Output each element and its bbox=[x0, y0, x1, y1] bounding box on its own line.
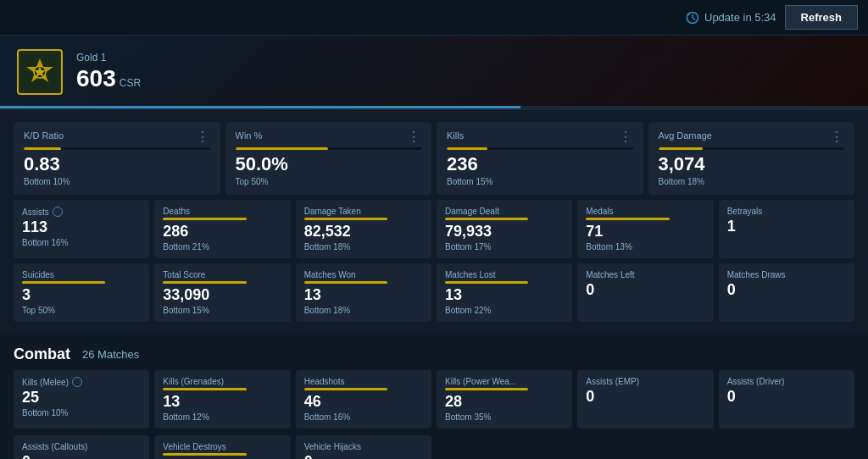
csr-label: CSR bbox=[120, 77, 141, 89]
small-stats-row1: Assists 113 Bottom 16% Deaths 286 Bottom… bbox=[14, 200, 854, 258]
small-stat-title: Vehicle Destroys bbox=[163, 442, 225, 451]
small-stat-card: Assists (Callouts) 0 bbox=[14, 435, 149, 459]
small-stat-title: Medals bbox=[586, 207, 613, 216]
small-stat-value: 13 bbox=[163, 393, 281, 411]
circle-icon bbox=[53, 207, 63, 217]
small-stat-value: 0 bbox=[727, 281, 846, 299]
refresh-clock-icon bbox=[686, 11, 699, 25]
small-stat-card: Kills (Power Wea... 28 Bottom 35% bbox=[437, 370, 572, 429]
small-stat-card: Deaths 286 Bottom 21% bbox=[154, 200, 290, 258]
big-stat-title: Win % bbox=[236, 130, 263, 141]
small-stat-title: Matches Won bbox=[304, 270, 356, 279]
big-stat-value: 0.83 bbox=[24, 153, 210, 175]
stat-bar bbox=[304, 388, 387, 390]
small-stat-card: Matches Won 13 Bottom 18% bbox=[296, 263, 431, 322]
combat-row1: Kills (Melee) 25 Bottom 10% Kills (Grena… bbox=[0, 370, 868, 435]
stat-bar bbox=[163, 388, 246, 390]
small-stat-title: Assists (Callouts) bbox=[22, 442, 87, 451]
big-stat-card: K/D Ratio ⋮ 0.83 Bottom 10% bbox=[14, 122, 220, 195]
small-stat-title: Matches Left bbox=[586, 270, 634, 279]
top-bar: Update in 5:34 Refresh bbox=[0, 0, 868, 36]
small-stat-value: 13 bbox=[304, 286, 423, 304]
stat-bar bbox=[304, 218, 387, 220]
small-stat-card: Medals 71 Bottom 13% bbox=[577, 200, 713, 258]
small-stat-card: Assists 113 Bottom 16% bbox=[14, 200, 149, 258]
big-stat-percentile: Bottom 10% bbox=[24, 177, 210, 186]
small-stat-value: 113 bbox=[22, 218, 141, 236]
stat-bar bbox=[586, 218, 669, 220]
small-stat-value: 71 bbox=[586, 223, 704, 241]
big-stat-title: Avg Damage bbox=[659, 130, 712, 141]
small-stat-card: Suicides 3 Top 50% bbox=[14, 263, 149, 322]
big-stat-value: 50.0% bbox=[236, 153, 422, 175]
small-stat-title: Kills (Power Wea... bbox=[445, 377, 516, 386]
small-stat-title: Kills (Grenades) bbox=[163, 377, 224, 386]
progress-bar-fill bbox=[0, 106, 520, 108]
small-stat-percentile: Bottom 35% bbox=[445, 412, 564, 422]
small-stat-title: Assists (EMP) bbox=[586, 377, 639, 386]
big-stat-percentile: Bottom 15% bbox=[447, 177, 633, 186]
refresh-button[interactable]: Refresh bbox=[785, 5, 858, 30]
small-stat-value: 1 bbox=[727, 218, 846, 235]
small-stat-percentile: Bottom 15% bbox=[163, 306, 281, 315]
small-stat-card: Damage Dealt 79,933 Bottom 17% bbox=[437, 200, 572, 258]
big-stat-card: Avg Damage ⋮ 3,074 Bottom 18% bbox=[648, 122, 855, 195]
small-stat-card: Vehicle Hijacks 0 bbox=[296, 435, 431, 459]
small-stat-card: Assists (Driver) 0 bbox=[719, 370, 854, 429]
small-stat-card: Damage Taken 82,532 Bottom 18% bbox=[296, 200, 431, 258]
small-stat-card: Assists (EMP) 0 bbox=[577, 370, 713, 429]
small-stat-percentile: Bottom 16% bbox=[22, 238, 141, 247]
more-icon[interactable]: ⋮ bbox=[619, 130, 633, 144]
small-stat-percentile: Bottom 12% bbox=[163, 412, 281, 422]
small-stat-value: 3 bbox=[22, 286, 141, 304]
rank-badge bbox=[17, 49, 63, 95]
big-stat-value: 236 bbox=[447, 153, 633, 175]
stat-bar bbox=[22, 281, 105, 284]
circle-icon bbox=[72, 377, 82, 387]
csr-display: 603 CSR bbox=[76, 65, 141, 92]
stat-bar bbox=[163, 453, 246, 456]
small-stat-card: Kills (Grenades) 13 Bottom 12% bbox=[154, 370, 290, 429]
small-stat-title: Betrayals bbox=[727, 207, 763, 216]
small-stat-title: Damage Taken bbox=[304, 207, 361, 216]
small-stat-percentile: Bottom 18% bbox=[304, 306, 423, 315]
small-stat-title: Assists (Driver) bbox=[727, 377, 785, 386]
small-stat-value: 79,933 bbox=[445, 223, 564, 241]
update-timer: Update in 5:34 bbox=[686, 11, 776, 25]
more-icon[interactable]: ⋮ bbox=[830, 130, 844, 144]
big-stat-value: 3,074 bbox=[659, 153, 845, 175]
small-stat-title: Headshots bbox=[304, 377, 345, 386]
small-stat-value: 28 bbox=[445, 393, 564, 411]
stats-container: K/D Ratio ⋮ 0.83 Bottom 10% Win % ⋮ 50.0… bbox=[0, 110, 868, 334]
stat-bar bbox=[236, 147, 422, 150]
small-stat-percentile: Bottom 16% bbox=[304, 412, 423, 422]
stat-bar bbox=[447, 147, 633, 150]
small-stat-title: Kills (Melee) bbox=[22, 378, 69, 387]
stat-bar-fill bbox=[659, 147, 704, 150]
stat-bar bbox=[304, 281, 387, 284]
small-stat-percentile: Bottom 18% bbox=[304, 242, 423, 252]
small-stat-card: Matches Left 0 bbox=[577, 263, 713, 322]
small-stat-percentile: Bottom 17% bbox=[445, 242, 564, 252]
small-stat-value: 0 bbox=[586, 281, 704, 299]
small-stat-card: Matches Lost 13 Bottom 22% bbox=[437, 263, 572, 322]
progress-bar-container bbox=[0, 106, 868, 108]
small-stat-value: 25 bbox=[22, 389, 141, 406]
small-stat-title: Vehicle Hijacks bbox=[304, 442, 361, 451]
small-stat-value: 0 bbox=[22, 453, 141, 459]
stat-bar-fill bbox=[24, 147, 61, 150]
stat-bar bbox=[659, 147, 845, 150]
small-stat-title: Matches Lost bbox=[445, 270, 495, 279]
small-stat-percentile: Bottom 10% bbox=[22, 408, 141, 418]
small-stat-value: 286 bbox=[163, 223, 281, 241]
small-stat-percentile: Bottom 13% bbox=[586, 242, 704, 252]
small-stats-row2: Suicides 3 Top 50% Total Score 33,090 Bo… bbox=[14, 263, 854, 322]
small-stat-value: 33,090 bbox=[163, 286, 281, 304]
profile-info: Gold 1 603 CSR bbox=[76, 52, 141, 92]
more-icon[interactable]: ⋮ bbox=[196, 130, 210, 144]
csr-number: 603 bbox=[76, 65, 116, 92]
more-icon[interactable]: ⋮ bbox=[407, 130, 421, 144]
big-stat-card: Win % ⋮ 50.0% Top 50% bbox=[225, 122, 432, 195]
stat-bar bbox=[445, 218, 528, 220]
rank-label: Gold 1 bbox=[76, 52, 141, 64]
